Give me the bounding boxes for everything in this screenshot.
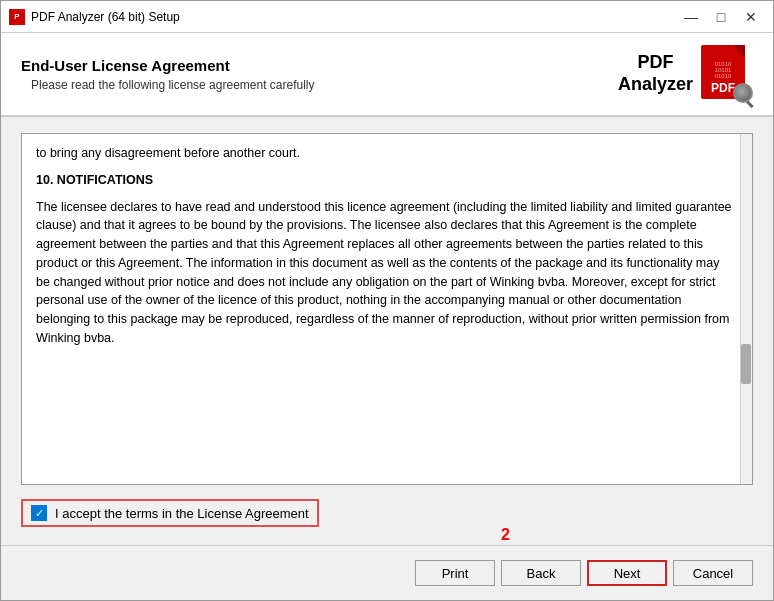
annotation-2: 2: [501, 526, 510, 544]
header-left: End-User License Agreement Please read t…: [21, 57, 315, 92]
window-title: PDF Analyzer (64 bit) Setup: [31, 10, 180, 24]
license-intro: to bring any disagreement before another…: [36, 144, 734, 163]
pdf-icon-label: PDF: [711, 81, 735, 95]
license-text-box[interactable]: to bring any disagreement before another…: [21, 133, 753, 485]
accept-checkbox[interactable]: ✓: [31, 505, 47, 521]
content-area: to bring any disagreement before another…: [1, 117, 773, 545]
product-name: PDF Analyzer: [618, 52, 693, 95]
print-button[interactable]: Print: [415, 560, 495, 586]
setup-window: P PDF Analyzer (64 bit) Setup — □ ✕ End-…: [0, 0, 774, 601]
maximize-button[interactable]: □: [707, 7, 735, 27]
next-button[interactable]: Next: [587, 560, 667, 586]
header-section: End-User License Agreement Please read t…: [1, 33, 773, 117]
scrollbar-thumb[interactable]: [741, 344, 751, 384]
back-button[interactable]: Back: [501, 560, 581, 586]
scrollbar-track[interactable]: [740, 134, 752, 484]
footer-section: 2 Print Back Next Cancel: [1, 545, 773, 600]
title-bar: P PDF Analyzer (64 bit) Setup — □ ✕: [1, 1, 773, 33]
minimize-button[interactable]: —: [677, 7, 705, 27]
cancel-button[interactable]: Cancel: [673, 560, 753, 586]
page-title: End-User License Agreement: [21, 57, 315, 74]
license-scroll-area[interactable]: to bring any disagreement before another…: [36, 144, 738, 474]
license-section-10-body: The licensee declares to have read and u…: [36, 198, 734, 348]
window-controls: — □ ✕: [677, 7, 765, 27]
page-subtitle: Please read the following license agreem…: [31, 78, 315, 92]
product-icon: 010101010101010 PDF: [701, 45, 753, 103]
license-section-10-title: 10. NOTIFICATIONS: [36, 171, 734, 190]
title-bar-left: P PDF Analyzer (64 bit) Setup: [9, 9, 180, 25]
app-icon: P: [9, 9, 25, 25]
accept-row: ✓ I accept the terms in the License Agre…: [21, 499, 319, 527]
header-right: PDF Analyzer 010101010101010 PDF: [618, 45, 753, 103]
accept-label: I accept the terms in the License Agreem…: [55, 506, 309, 521]
close-button[interactable]: ✕: [737, 7, 765, 27]
magnifier-icon: [733, 83, 753, 103]
